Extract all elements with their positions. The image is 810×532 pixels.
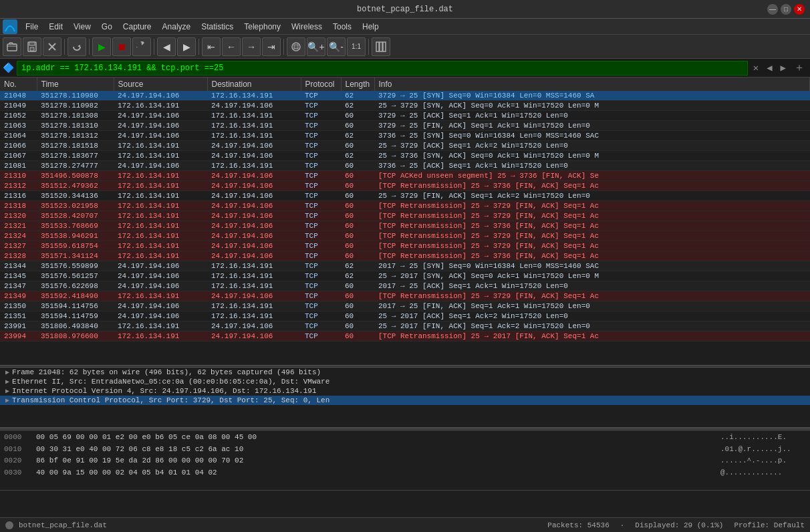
table-row[interactable]: 21066 351278.181518 172.16.134.191 24.19… — [0, 141, 810, 151]
maximize-button[interactable]: □ — [781, 4, 791, 15]
table-row[interactable]: 21327 351559.618754 172.16.134.191 24.19… — [0, 241, 810, 251]
svg-rect-1 — [7, 44, 17, 51]
filter-clear-button[interactable]: ✕ — [751, 62, 761, 74]
col-header-no[interactable]: No. — [0, 78, 37, 91]
filter-arrow-button[interactable]: ◀ — [764, 62, 775, 74]
table-row[interactable]: 21328 351571.341124 172.16.134.191 24.19… — [0, 251, 810, 261]
table-row[interactable]: 21049 351278.110982 172.16.134.191 24.19… — [0, 101, 810, 111]
table-row[interactable]: 21048 351278.110980 24.197.194.106 172.1… — [0, 91, 810, 101]
cell-no: 21067 — [0, 151, 37, 161]
table-row[interactable]: 21064 351278.181312 24.197.194.106 172.1… — [0, 131, 810, 141]
reload-button[interactable] — [68, 37, 86, 56]
toolbar-separator-4 — [198, 39, 199, 55]
resize-columns-button[interactable] — [372, 37, 390, 56]
cell-time: 351278.274777 — [37, 161, 114, 171]
cell-info: [TCP Retransmission] 25 → 3736 [FIN, ACK… — [374, 221, 810, 231]
hex-values: 00 05 69 00 00 01 e2 00 e0 b6 05 ce 0a 0… — [32, 430, 716, 490]
detail-row[interactable]: ▶ Ethernet II, Src: EntradaNetwo_05:ce:0… — [0, 377, 810, 386]
col-header-time[interactable]: Time — [37, 78, 114, 91]
zoom-in-button[interactable]: 🔍+ — [307, 37, 325, 56]
restart-capture-button[interactable] — [132, 37, 151, 56]
col-header-len[interactable]: Length — [341, 78, 374, 91]
jump-last-button[interactable]: ⇥ — [262, 37, 281, 56]
packet-table-container[interactable]: No. Time Source Destination Protocol Len… — [0, 78, 810, 365]
menu-file[interactable]: File — [20, 21, 43, 33]
table-row[interactable]: 23994 351808.976600 172.16.134.191 24.19… — [0, 331, 810, 342]
table-row[interactable]: 21067 351278.183677 172.16.134.191 24.19… — [0, 151, 810, 161]
menu-view[interactable]: View — [68, 21, 96, 33]
close-file-button[interactable] — [43, 37, 61, 56]
menu-tools[interactable]: Tools — [327, 21, 357, 33]
zoom-out-button[interactable]: 🔍- — [327, 37, 346, 56]
svg-rect-4 — [30, 47, 34, 51]
cell-dst: 172.16.134.191 — [207, 311, 301, 321]
cell-no: 21344 — [0, 261, 37, 271]
cell-src: 24.197.194.106 — [114, 271, 207, 281]
table-row[interactable]: 21310 351496.500878 172.16.134.191 24.19… — [0, 171, 810, 181]
table-row[interactable]: 23991 351806.493840 172.16.134.191 24.19… — [0, 321, 810, 331]
detail-row-text: Ethernet II, Src: EntradaNetwo_05:ce:0a … — [12, 378, 329, 386]
col-header-src[interactable]: Source — [114, 78, 207, 91]
table-row[interactable]: 21350 351594.114756 24.197.194.106 172.1… — [0, 301, 810, 311]
cell-src: 172.16.134.191 — [114, 171, 207, 181]
table-row[interactable]: 21349 351592.418490 172.16.134.191 24.19… — [0, 291, 810, 301]
cell-src: 24.197.194.106 — [114, 121, 207, 131]
cell-time: 351808.976600 — [37, 331, 114, 342]
cell-src: 172.16.134.191 — [114, 201, 207, 211]
close-button[interactable]: ✕ — [794, 4, 805, 15]
stop-capture-button[interactable]: ⏹ — [112, 37, 131, 56]
table-row[interactable]: 21344 351576.559899 24.197.194.106 172.1… — [0, 261, 810, 271]
menu-go[interactable]: Go — [96, 21, 118, 33]
col-header-proto[interactable]: Protocol — [301, 78, 341, 91]
start-capture-button[interactable]: ▶ — [92, 37, 111, 56]
menu-edit[interactable]: Edit — [43, 21, 68, 33]
menu-capture[interactable]: Capture — [118, 21, 157, 33]
table-row[interactable]: 21312 351512.479362 172.16.134.191 24.19… — [0, 181, 810, 191]
detail-row[interactable]: ▶ Frame 21048: 62 bytes on wire (496 bit… — [0, 368, 810, 377]
cell-len: 60 — [341, 241, 374, 251]
col-header-dst[interactable]: Destination — [207, 78, 301, 91]
filter-input[interactable] — [17, 61, 748, 76]
table-row[interactable]: 21063 351278.181310 24.197.194.106 172.1… — [0, 121, 810, 131]
table-row[interactable]: 21052 351278.181308 24.197.194.106 172.1… — [0, 111, 810, 121]
detail-expand-icon: ▶ — [5, 396, 9, 404]
cell-proto: TCP — [301, 261, 341, 271]
save-file-button[interactable] — [23, 37, 41, 56]
cell-len: 60 — [341, 201, 374, 211]
detail-expand-icon: ▶ — [5, 378, 9, 386]
back-button[interactable]: ◀ — [157, 37, 176, 56]
table-row[interactable]: 21321 351533.768669 172.16.134.191 24.19… — [0, 221, 810, 231]
cell-time: 351278.110980 — [37, 91, 114, 101]
cell-proto: TCP — [301, 141, 341, 151]
menu-wireless[interactable]: Wireless — [286, 21, 327, 33]
menu-help[interactable]: Help — [357, 21, 384, 33]
table-row[interactable]: 21318 351523.021958 172.16.134.191 24.19… — [0, 201, 810, 211]
col-header-info[interactable]: Info — [374, 78, 810, 91]
colorize-button[interactable] — [287, 37, 305, 56]
table-row[interactable]: 21081 351278.274777 24.197.194.106 172.1… — [0, 161, 810, 171]
jump-first-button[interactable]: ⇤ — [202, 37, 221, 56]
detail-row[interactable]: ▶ Transmission Control Protocol, Src Por… — [0, 396, 810, 405]
table-row[interactable]: 21347 351576.622698 24.197.194.106 172.1… — [0, 281, 810, 291]
cell-len: 60 — [341, 281, 374, 291]
table-row[interactable]: 21345 351576.561257 24.197.194.106 172.1… — [0, 271, 810, 281]
filter-forward-button[interactable]: ▶ — [778, 62, 789, 74]
open-file-button[interactable] — [3, 37, 21, 56]
menu-telephony[interactable]: Telephony — [239, 21, 286, 33]
status-displayed: Displayed: 29 (0.1%) — [635, 521, 723, 529]
table-row[interactable]: 21316 351520.344136 172.16.134.191 24.19… — [0, 191, 810, 201]
hex-val-row: 40 00 9a 15 00 00 02 04 05 b4 01 01 04 0… — [36, 467, 712, 479]
minimize-button[interactable]: — — [767, 4, 778, 15]
forward-button[interactable]: ▶ — [177, 37, 196, 56]
toolbar: ▶ ⏹ ◀ ▶ ⇤ ← → ⇥ 🔍+ 🔍- 1:1 — [0, 35, 810, 59]
menu-analyze[interactable]: Analyze — [157, 21, 196, 33]
table-row[interactable]: 21351 351594.114759 24.197.194.106 172.1… — [0, 311, 810, 321]
detail-row[interactable]: ▶ Internet Protocol Version 4, Src: 24.1… — [0, 386, 810, 396]
filter-add-button[interactable]: ＋ — [791, 61, 807, 75]
normal-size-button[interactable]: 1:1 — [347, 37, 366, 56]
table-row[interactable]: 21324 351538.946291 172.16.134.191 24.19… — [0, 231, 810, 241]
jump-next-button[interactable]: → — [242, 37, 261, 56]
menu-statistics[interactable]: Statistics — [196, 21, 239, 33]
table-row[interactable]: 21320 351528.420707 172.16.134.191 24.19… — [0, 211, 810, 221]
jump-prev-button[interactable]: ← — [222, 37, 241, 56]
